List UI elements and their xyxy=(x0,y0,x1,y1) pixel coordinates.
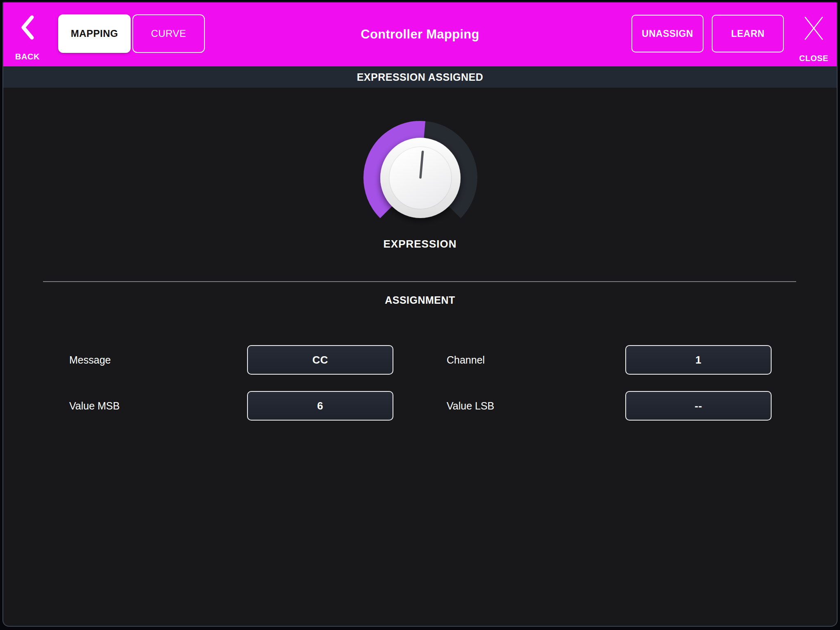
status-banner: EXPRESSION ASSIGNED xyxy=(3,66,837,88)
section-divider xyxy=(43,281,796,282)
expression-knob[interactable] xyxy=(359,116,482,239)
field-channel-label: Channel xyxy=(447,345,485,375)
unassign-button[interactable]: UNASSIGN xyxy=(631,15,704,52)
back-button-label: BACK xyxy=(15,52,40,61)
field-value-msb-value-text: 6 xyxy=(317,400,323,412)
field-value-lsb-value-text: -- xyxy=(695,400,702,412)
field-value-lsb: Value LSB -- xyxy=(447,391,774,421)
learn-button[interactable]: LEARN xyxy=(712,15,784,52)
field-value-msb-value[interactable]: 6 xyxy=(247,391,393,421)
back-button[interactable]: BACK xyxy=(11,13,43,61)
field-message: Message CC xyxy=(69,345,397,375)
field-message-value-text: CC xyxy=(312,354,328,366)
knob-label: EXPRESSION xyxy=(3,238,837,250)
knob-graphic xyxy=(359,116,482,239)
field-channel-value-text: 1 xyxy=(695,354,702,366)
close-x-icon xyxy=(804,16,824,41)
tab-mapping[interactable]: MAPPING xyxy=(58,14,131,53)
field-value-msb-label: Value MSB xyxy=(69,391,120,421)
field-message-value[interactable]: CC xyxy=(247,345,393,375)
field-channel-value[interactable]: 1 xyxy=(625,345,772,375)
field-value-lsb-value[interactable]: -- xyxy=(625,391,772,421)
header-bar: BACK MAPPING CURVE Controller Mapping UN… xyxy=(3,2,837,66)
field-message-label: Message xyxy=(69,345,111,375)
close-button-label: CLOSE xyxy=(799,54,828,63)
tab-group: MAPPING CURVE xyxy=(58,14,205,53)
assignment-section-title: ASSIGNMENT xyxy=(3,294,837,306)
tab-curve[interactable]: CURVE xyxy=(132,14,205,53)
field-value-lsb-label: Value LSB xyxy=(447,391,494,421)
controller-mapping-window: BACK MAPPING CURVE Controller Mapping UN… xyxy=(2,2,838,627)
close-button[interactable]: CLOSE xyxy=(798,16,829,63)
chevron-left-icon xyxy=(20,15,34,40)
field-channel: Channel 1 xyxy=(447,345,774,375)
field-value-msb: Value MSB 6 xyxy=(69,391,397,421)
